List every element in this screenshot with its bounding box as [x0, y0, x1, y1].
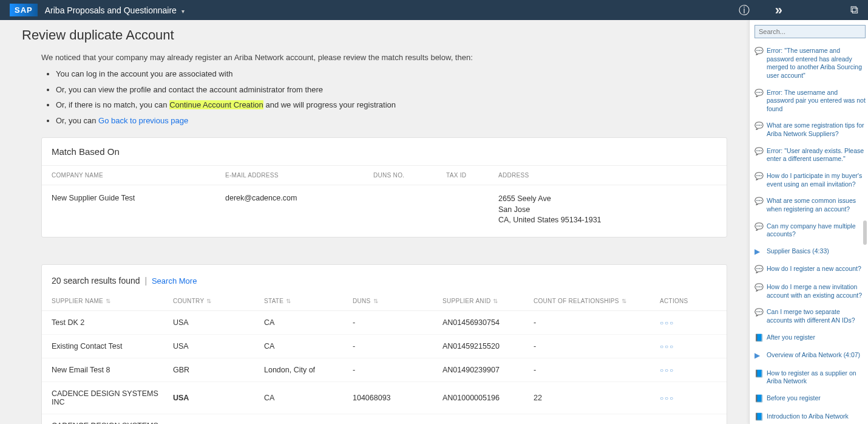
bullet-back: Or, you can Go back to previous page: [56, 115, 727, 127]
col-actions: ACTIONS: [653, 298, 717, 304]
help-item-text: What are some common issues when registe…: [767, 197, 866, 213]
col-email: E-MAIL ADDRESS: [225, 172, 373, 179]
help-item[interactable]: 📘Introduction to Ariba Network: [754, 412, 866, 422]
cell: CA: [264, 342, 353, 350]
doc-icon: 📘: [754, 412, 763, 422]
page-title: Review duplicate Account: [22, 27, 727, 43]
help-item-text: Can I merge two separate accounts with d…: [767, 308, 866, 324]
actions-menu-icon[interactable]: ○○○: [660, 367, 674, 374]
actions-menu-icon[interactable]: ○○○: [660, 395, 674, 402]
help-item[interactable]: 💬How do I merge a new invitation account…: [754, 283, 866, 299]
match-company: New Supplier Guide Test: [52, 194, 225, 226]
vid-icon: ▶: [754, 247, 763, 257]
b4-pre: Or, you can: [56, 116, 98, 125]
help-sidebar: 💬Error: "The username and password enter…: [749, 20, 868, 424]
help-item[interactable]: 💬Error: "User already exists. Please ent…: [754, 147, 866, 163]
faq-icon: 💬: [754, 121, 763, 138]
help-item[interactable]: 💬Error: The username and password pair y…: [754, 89, 866, 114]
actions-cell: ○○○: [653, 342, 717, 350]
go-back-link[interactable]: Go back to previous page: [98, 116, 188, 125]
cell: New Email Test 8: [52, 366, 173, 374]
external-link-icon[interactable]: ⧉: [850, 4, 858, 16]
cell: 22: [534, 394, 653, 402]
app-title-text: Ariba Proposals and Questionnaire: [45, 5, 177, 15]
addr2: San Jose: [498, 205, 717, 216]
help-item[interactable]: 💬How do I register a new account?: [754, 265, 866, 275]
results-count: 20 search results found: [52, 276, 140, 286]
cell: CADENCE DESIGN SYSTEMS INC: [52, 422, 173, 425]
faq-icon: 💬: [754, 47, 763, 80]
help-item[interactable]: 💬Can my company have multiple accounts?: [754, 222, 866, 239]
help-item-text: Error: "User already exists. Please ente…: [767, 147, 866, 163]
help-item[interactable]: 📘Before you register: [754, 394, 866, 404]
col-anid[interactable]: SUPPLIER ANID⇅: [442, 298, 534, 304]
addr3: CA, United States 95134-1931: [498, 215, 717, 226]
faq-icon: 💬: [754, 197, 763, 213]
col-count[interactable]: COUNT OF RELATIONSHIPS⇅: [534, 298, 653, 304]
help-item-text: Error: "The username and password entere…: [767, 47, 866, 80]
cell: CADENCE DESIGN SYSTEMS INC: [52, 389, 173, 406]
app-title[interactable]: Ariba Proposals and Questionnaire ▾: [45, 5, 185, 15]
separator: |: [144, 276, 147, 286]
actions-cell: ○○○: [653, 366, 717, 374]
help-item-text: Error: The username and password pair yo…: [767, 89, 866, 114]
help-item[interactable]: 💬What are some common issues when regist…: [754, 197, 866, 213]
table-row: CADENCE DESIGN SYSTEMS INCUSACAAN0142669…: [42, 414, 727, 425]
collapse-icon[interactable]: »: [775, 2, 782, 18]
doc-icon: 📘: [754, 333, 763, 343]
actions-menu-icon[interactable]: ○○○: [660, 320, 674, 326]
col-supplier-name[interactable]: SUPPLIER NAME⇅: [52, 298, 173, 304]
cell: -: [534, 318, 653, 327]
cell: AN01456930754: [442, 318, 534, 327]
cell: AN01490239907: [442, 366, 534, 374]
help-item[interactable]: ▶Overview of Ariba Network (4:07): [754, 351, 866, 361]
sort-icon: ⇅: [493, 298, 498, 304]
help-item[interactable]: 📘After you register: [754, 333, 866, 343]
sort-icon: ⇅: [286, 298, 291, 304]
cell: -: [353, 318, 442, 327]
help-item[interactable]: ▶Supplier Basics (4:33): [754, 247, 866, 257]
faq-icon: 💬: [754, 147, 763, 163]
doc-icon: 📘: [754, 394, 763, 404]
cell: AN01459215520: [442, 342, 534, 350]
cell: -: [534, 342, 653, 350]
faq-icon: 💬: [754, 172, 763, 188]
match-address: 2655 Seely Ave San Jose CA, United State…: [498, 194, 717, 226]
b3-post: and we will progress your registration: [263, 100, 396, 109]
help-item[interactable]: 💬What are some registration tips for Ari…: [754, 121, 866, 138]
help-item-text: Can my company have multiple accounts?: [767, 222, 866, 239]
cell: Test DK 2: [52, 318, 173, 327]
help-item[interactable]: 💬Can I merge two separate accounts with …: [754, 308, 866, 324]
cell: -: [353, 366, 442, 374]
help-item-text: Introduction to Ariba Network: [767, 412, 849, 422]
match-email: derek@cadence.com: [225, 194, 373, 226]
results-column-headers: SUPPLIER NAME⇅ COUNTRY⇅ STATE⇅ DUNS⇅ SUP…: [42, 292, 727, 311]
chevron-down-icon: ▾: [181, 8, 185, 15]
topbar: SAP Ariba Proposals and Questionnaire ▾ …: [0, 0, 868, 20]
help-item[interactable]: 💬Error: "The username and password enter…: [754, 47, 866, 80]
cell: GBR: [173, 366, 264, 374]
scrollbar[interactable]: [863, 221, 867, 245]
help-item-text: Before you register: [767, 394, 821, 404]
vid-icon: ▶: [754, 351, 763, 361]
match-card: Match Based On COMPANY NAME E-MAIL ADDRE…: [41, 137, 727, 238]
col-duns[interactable]: DUNS⇅: [353, 298, 442, 304]
bullet-login: You can log in the account you are assoc…: [56, 68, 727, 80]
help-item[interactable]: 💬How do I participate in my buyer's even…: [754, 172, 866, 188]
cell: USA: [173, 394, 264, 402]
match-column-headers: COMPANY NAME E-MAIL ADDRESS DUNS NO. TAX…: [42, 166, 727, 185]
search-input[interactable]: [754, 25, 866, 38]
col-country[interactable]: COUNTRY⇅: [173, 298, 264, 304]
help-icon[interactable]: ⓘ: [739, 3, 750, 18]
help-item-text: Supplier Basics (4:33): [767, 247, 829, 257]
actions-cell: ○○○: [653, 318, 717, 327]
sort-icon: ⇅: [206, 298, 211, 304]
help-item[interactable]: 📘How to register as a supplier on Ariba …: [754, 369, 866, 386]
search-more-link[interactable]: Search More: [152, 276, 197, 286]
topbar-left: SAP Ariba Proposals and Questionnaire ▾: [10, 4, 185, 16]
sap-logo: SAP: [10, 4, 38, 16]
col-state[interactable]: STATE⇅: [264, 298, 353, 304]
help-item-text: How do I participate in my buyer's event…: [767, 172, 866, 188]
actions-menu-icon[interactable]: ○○○: [660, 343, 674, 350]
topbar-right: ⓘ » ⧉: [739, 2, 858, 18]
